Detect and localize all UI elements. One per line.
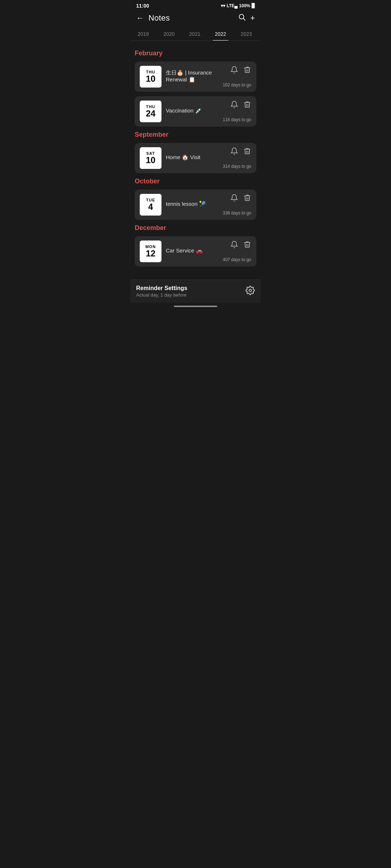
note-info: tennis lesson 🎾	[166, 201, 218, 209]
bell-button[interactable]	[230, 241, 238, 250]
tab-2021[interactable]: 2021	[182, 27, 207, 41]
month-february: February	[135, 50, 256, 57]
svg-line-1	[243, 18, 245, 20]
tab-2024[interactable]: 2024	[259, 27, 261, 41]
date-badge: THU 24	[140, 101, 161, 122]
delete-button[interactable]	[243, 147, 251, 157]
settings-subtitle: Actual day, 1 day before	[136, 292, 187, 298]
svg-point-2	[249, 289, 252, 292]
settings-bar: Reminder Settings Actual day, 1 day befo…	[130, 280, 261, 303]
note-card[interactable]: TUE 4 tennis lesson 🎾	[135, 190, 256, 220]
delete-button[interactable]	[243, 241, 251, 250]
status-time: 11:00	[136, 3, 149, 9]
wifi-icon: ▾▾	[221, 3, 225, 8]
month-september: September	[135, 131, 256, 139]
note-info: Vaccination 💉	[166, 107, 218, 115]
days-to-go: 102 days to go	[223, 82, 251, 88]
note-card[interactable]: SAT 10 Home 🏠 Visit	[135, 143, 256, 173]
day-num: 4	[148, 202, 153, 212]
note-title: Vaccination 💉	[166, 107, 218, 114]
tab-2020[interactable]: 2020	[156, 27, 182, 41]
note-card[interactable]: MON 12 Car Service 🚗	[135, 236, 256, 267]
note-title: 生日🎂 | Insurance Renewal 📋	[166, 69, 218, 83]
tab-2023[interactable]: 2023	[234, 27, 259, 41]
day-name: THU	[146, 70, 155, 74]
bell-button[interactable]	[230, 101, 238, 110]
search-button[interactable]	[238, 13, 246, 23]
battery-label: 100%	[239, 3, 250, 8]
note-info: Car Service 🚗	[166, 247, 218, 255]
day-num: 10	[146, 74, 156, 84]
year-tabs: 2019 2020 2021 2022 2023 2024	[130, 27, 261, 41]
bell-icon	[230, 241, 238, 248]
date-badge: THU 10	[140, 66, 161, 88]
days-to-go: 407 days to go	[223, 257, 251, 262]
note-info: 生日🎂 | Insurance Renewal 📋	[166, 69, 218, 84]
day-name: TUE	[146, 198, 155, 202]
bell-button[interactable]	[230, 147, 238, 157]
note-actions-right: 116 days to go	[223, 101, 251, 122]
note-title: Home 🏠 Visit	[166, 154, 218, 161]
date-badge: MON 12	[140, 241, 161, 262]
month-december: December	[135, 224, 256, 232]
tab-2019[interactable]: 2019	[130, 27, 156, 41]
bell-icon	[230, 66, 238, 74]
back-button[interactable]: ←	[136, 13, 144, 23]
days-to-go: 338 days to go	[223, 210, 251, 216]
home-indicator	[174, 306, 217, 307]
days-to-go: 314 days to go	[223, 164, 251, 169]
delete-button[interactable]	[243, 194, 251, 203]
delete-button[interactable]	[243, 101, 251, 110]
day-name: SAT	[146, 151, 155, 156]
note-title: tennis lesson 🎾	[166, 201, 218, 207]
delete-button[interactable]	[243, 66, 251, 75]
day-num: 10	[146, 156, 156, 165]
trash-icon	[243, 66, 251, 74]
bell-icon	[230, 101, 238, 109]
settings-gear-button[interactable]	[245, 286, 255, 297]
trash-icon	[243, 194, 251, 202]
bell-button[interactable]	[230, 66, 238, 75]
bell-button[interactable]	[230, 194, 238, 203]
battery-icon: ▉	[252, 3, 255, 8]
page-title: Notes	[148, 13, 234, 23]
top-bar: ← Notes +	[130, 10, 261, 27]
status-bar: 11:00 ▾▾ LTE▄ 100% ▉	[130, 0, 261, 10]
month-october: October	[135, 178, 256, 185]
note-actions-right: 338 days to go	[223, 194, 251, 216]
note-actions-right: 407 days to go	[223, 241, 251, 262]
note-title: Car Service 🚗	[166, 247, 218, 254]
note-card[interactable]: THU 24 Vaccination 💉	[135, 96, 256, 127]
date-badge: SAT 10	[140, 147, 161, 169]
status-icons: ▾▾ LTE▄ 100% ▉	[221, 3, 255, 8]
day-num: 12	[146, 249, 156, 258]
note-actions-right: 102 days to go	[223, 66, 251, 88]
settings-text: Reminder Settings Actual day, 1 day befo…	[136, 285, 187, 298]
date-badge: TUE 4	[140, 194, 161, 216]
note-info: Home 🏠 Visit	[166, 154, 218, 162]
bell-icon	[230, 147, 238, 155]
days-to-go: 116 days to go	[223, 117, 251, 122]
gear-icon	[245, 286, 255, 295]
signal-icon: LTE▄	[227, 3, 237, 8]
trash-icon	[243, 101, 251, 109]
trash-icon	[243, 147, 251, 155]
search-icon	[238, 13, 246, 21]
notes-content: February THU 10 生日🎂 | Insurance Renewal …	[130, 41, 261, 277]
trash-icon	[243, 241, 251, 248]
note-card[interactable]: THU 10 生日🎂 | Insurance Renewal 📋	[135, 61, 256, 92]
bell-icon	[230, 194, 238, 202]
day-num: 24	[146, 109, 156, 118]
settings-title: Reminder Settings	[136, 285, 187, 292]
tab-2022[interactable]: 2022	[207, 27, 233, 41]
add-button[interactable]: +	[250, 13, 255, 23]
day-name: THU	[146, 105, 155, 109]
note-actions-right: 314 days to go	[223, 147, 251, 169]
day-name: MON	[146, 244, 156, 249]
